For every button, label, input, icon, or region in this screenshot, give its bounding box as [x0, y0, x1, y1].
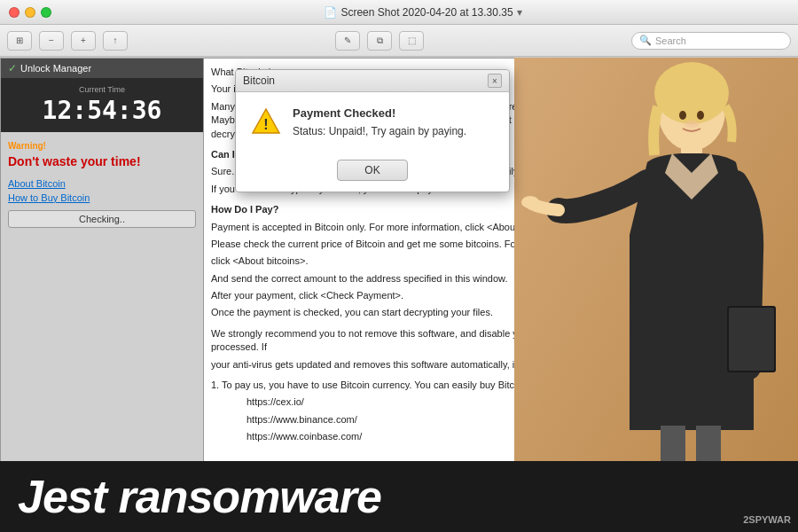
svg-point-4 [654, 62, 729, 124]
copy-icon: ⧉ [377, 35, 383, 46]
zoom-in-button[interactable]: + [71, 31, 96, 51]
window-title: 📄 Screen Shot 2020-04-20 at 13.30.35 ▾ [57, 6, 789, 19]
maximize-button[interactable] [41, 7, 51, 18]
share-button[interactable]: ↑ [103, 31, 128, 51]
dialog-sub-text: Status: Unpaid!, Try again by paying. [293, 125, 495, 137]
mac-window: 📄 Screen Shot 2020-04-20 at 13.30.35 ▾ ⊞… [0, 0, 798, 58]
titlebar: 📄 Screen Shot 2020-04-20 at 13.30.35 ▾ [0, 0, 798, 25]
minimize-button[interactable] [25, 7, 35, 18]
panel-header: ✓ Unlock Manager [1, 59, 203, 78]
warning-triangle-icon: ! [250, 106, 282, 138]
about-bitcoin-link[interactable]: About Bitcoin [8, 178, 196, 189]
ok-button[interactable]: OK [337, 160, 408, 181]
clock-section: Current Time 12:54:36 [1, 78, 203, 132]
dialog-close-button[interactable]: × [488, 74, 502, 88]
search-bar[interactable]: 🔍 Search [631, 32, 791, 50]
document-icon: 📄 [324, 6, 337, 19]
dialog-main-text: Payment Checked! [293, 106, 495, 120]
action-button[interactable]: ⬚ [399, 31, 424, 51]
search-icon: 🔍 [639, 35, 652, 46]
warning-text: Don't waste your time! [8, 154, 196, 169]
edit-icon: ✎ [344, 35, 351, 45]
grid-icon: ⊞ [16, 35, 23, 45]
bitcoin-dialog: Bitcoin × ! Payment Checked! Status: Unp… [235, 69, 510, 192]
checking-button[interactable]: Checking.. [8, 210, 196, 228]
dialog-content: Payment Checked! Status: Unpaid!, Try ag… [293, 106, 495, 137]
svg-point-14 [697, 111, 704, 120]
toolbar: ⊞ − + ↑ ✎ ⧉ ⬚ 🔍 Search [0, 25, 798, 57]
action-icon: ⬚ [408, 35, 416, 45]
banner-title: Jest ransomware [18, 470, 381, 523]
svg-text:!: ! [263, 117, 268, 132]
bottom-banner: Jest ransomware 2SPYWAR [0, 461, 798, 532]
svg-point-6 [521, 196, 539, 208]
share-icon: ↑ [113, 35, 118, 45]
svg-rect-8 [729, 308, 774, 371]
dialog-title: Bitcoin [243, 74, 275, 87]
dialog-body: ! Payment Checked! Status: Unpaid!, Try … [236, 92, 509, 153]
dialog-footer: OK [236, 153, 509, 192]
copy-button[interactable]: ⧉ [367, 31, 392, 51]
svg-point-15 [685, 121, 699, 128]
zoom-out-icon: − [49, 35, 54, 45]
check-icon: ✓ [8, 62, 17, 74]
warning-label: Warning! [8, 141, 196, 151]
grid-button[interactable]: ⊞ [7, 31, 32, 51]
svg-point-13 [679, 111, 686, 120]
dialog-titlebar: Bitcoin × [236, 70, 509, 92]
close-button[interactable] [9, 7, 20, 18]
zoom-out-button[interactable]: − [39, 31, 64, 51]
edit-button[interactable]: ✎ [335, 31, 360, 51]
zoom-in-icon: + [81, 35, 86, 45]
clock-display: 12:54:36 [8, 96, 196, 125]
how-to-buy-link[interactable]: How to Buy Bitcoin [8, 192, 196, 203]
clock-label: Current Time [8, 85, 196, 94]
watermark: 2SPYWAR [743, 514, 791, 525]
